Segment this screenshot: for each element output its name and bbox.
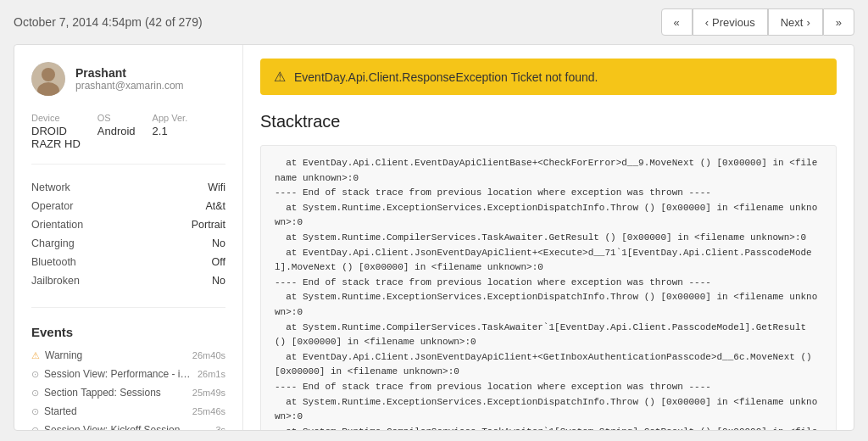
stacktrace-title: Stacktrace bbox=[260, 112, 837, 131]
main-content: Prashant prashant@xamarin.com Device DRO… bbox=[14, 44, 854, 431]
clock-icon: ⊙ bbox=[31, 369, 39, 380]
navigation-buttons: « ‹ Previous Next › » bbox=[661, 8, 854, 36]
os-label: OS bbox=[97, 113, 136, 123]
prop-value: Wifi bbox=[208, 181, 225, 193]
appver-col: App Ver. 2.1 bbox=[153, 113, 188, 150]
prop-label: Operator bbox=[31, 200, 73, 212]
event-name: Section Tapped: Sessions bbox=[44, 387, 161, 399]
device-col: Device DROIDRAZR HD bbox=[31, 113, 81, 150]
top-bar: October 7, 2014 4:54pm (42 of 279) « ‹ P… bbox=[0, 0, 868, 44]
prop-row: ChargingNo bbox=[31, 237, 225, 249]
next-button[interactable]: Next › bbox=[768, 8, 823, 36]
event-time: 26m1s bbox=[198, 369, 225, 379]
appver-value: 2.1 bbox=[153, 125, 188, 137]
user-section: Prashant prashant@xamarin.com bbox=[31, 62, 225, 96]
page-title: October 7, 2014 4:54pm (42 of 279) bbox=[14, 15, 203, 29]
alert-banner: ⚠ EventDay.Api.Client.ResponseException … bbox=[260, 59, 837, 95]
prop-row: JailbrokenNo bbox=[31, 275, 225, 287]
user-info: Prashant prashant@xamarin.com bbox=[75, 66, 184, 92]
event-left: ⊙ Section Tapped: Sessions bbox=[31, 387, 186, 399]
event-name: Session View: Performance - iOS bbox=[44, 368, 191, 380]
warning-icon: ⚠ bbox=[274, 69, 286, 85]
prop-label: Network bbox=[31, 181, 70, 193]
event-left: ⚠ Warning bbox=[31, 349, 186, 361]
avatar bbox=[31, 62, 65, 96]
user-email: prashant@xamarin.com bbox=[75, 80, 184, 92]
prop-value: No bbox=[212, 237, 225, 249]
prop-row: BluetoothOff bbox=[31, 256, 225, 268]
prop-row: NetworkWifi bbox=[31, 181, 225, 193]
event-name: Started bbox=[44, 405, 77, 417]
list-item[interactable]: ⊙ Started 25m46s bbox=[31, 405, 225, 417]
event-time: 25m46s bbox=[192, 406, 225, 416]
event-left: ⊙ Started bbox=[31, 405, 186, 417]
left-panel: Prashant prashant@xamarin.com Device DRO… bbox=[14, 45, 243, 430]
user-name: Prashant bbox=[75, 66, 184, 80]
prop-value: Portrait bbox=[192, 219, 225, 231]
event-time: 26m40s bbox=[192, 350, 225, 360]
device-label: Device bbox=[31, 113, 81, 123]
props-section: NetworkWifiOperatorAt&tOrientationPortra… bbox=[31, 181, 225, 308]
prop-label: Jailbroken bbox=[31, 275, 80, 287]
appver-label: App Ver. bbox=[153, 113, 188, 123]
prop-value: At&t bbox=[205, 200, 225, 212]
prop-row: OrientationPortrait bbox=[31, 219, 225, 231]
right-panel: ⚠ EventDay.Api.Client.ResponseException … bbox=[243, 45, 854, 430]
event-time: 25m49s bbox=[192, 388, 225, 398]
event-time: 3s bbox=[215, 425, 225, 430]
list-item[interactable]: ⊙ Session View: Performance - iOS 26m1s bbox=[31, 368, 225, 380]
warning-icon: ⚠ bbox=[31, 350, 40, 361]
event-name: Session View: Kickoff Session bbox=[44, 424, 180, 430]
event-left: ⊙ Session View: Performance - iOS bbox=[31, 368, 191, 380]
clock-icon: ⊙ bbox=[31, 388, 39, 399]
first-button[interactable]: « bbox=[661, 8, 693, 36]
prev-chevron-icon: ‹ bbox=[705, 16, 709, 29]
device-info: Device DROIDRAZR HD OS Android App Ver. … bbox=[31, 113, 225, 165]
stacktrace-code[interactable]: at EventDay.Api.Client.EventDayApiClient… bbox=[260, 145, 837, 430]
prop-value: No bbox=[212, 275, 225, 287]
list-item[interactable]: ⚠ Warning 26m40s bbox=[31, 349, 225, 361]
events-list: ⚠ Warning 26m40s ⊙ Session View: Perform… bbox=[31, 349, 225, 430]
prop-value: Off bbox=[212, 256, 225, 268]
clock-icon: ⊙ bbox=[31, 406, 39, 417]
list-item[interactable]: ⊙ Section Tapped: Sessions 25m49s bbox=[31, 387, 225, 399]
event-left: ⊙ Session View: Kickoff Session bbox=[31, 424, 209, 430]
prop-label: Orientation bbox=[31, 219, 83, 231]
prop-label: Charging bbox=[31, 237, 75, 249]
svg-point-1 bbox=[42, 68, 55, 81]
os-value: Android bbox=[97, 125, 136, 137]
last-button[interactable]: » bbox=[823, 8, 854, 36]
event-name: Warning bbox=[45, 349, 82, 361]
events-section: Events ⚠ Warning 26m40s ⊙ Session View: … bbox=[31, 325, 225, 430]
next-chevron-icon: › bbox=[806, 16, 810, 29]
prop-row: OperatorAt&t bbox=[31, 200, 225, 212]
device-value: DROIDRAZR HD bbox=[31, 125, 81, 150]
previous-button[interactable]: ‹ Previous bbox=[693, 8, 768, 36]
list-item[interactable]: ⊙ Session View: Kickoff Session 3s bbox=[31, 424, 225, 430]
clock-icon: ⊙ bbox=[31, 425, 39, 431]
alert-message: EventDay.Api.Client.ResponseException Ti… bbox=[294, 70, 598, 84]
events-title: Events bbox=[31, 325, 225, 339]
prop-label: Bluetooth bbox=[31, 256, 76, 268]
os-col: OS Android bbox=[97, 113, 136, 150]
